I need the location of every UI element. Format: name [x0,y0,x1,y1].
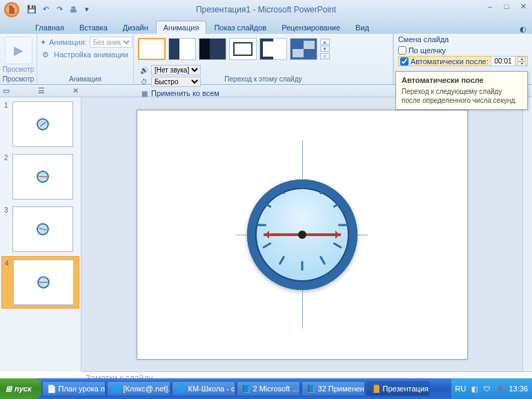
clock-hand-left [264,233,302,236]
ribbon-help-icon[interactable]: ◐ [520,25,526,34]
slide-thumbnail-4[interactable]: 4 [1,256,79,309]
save-icon[interactable]: 💾 [26,4,37,15]
clock-hand-right [302,233,341,236]
maximize-button[interactable]: □ [500,1,513,11]
word-icon: 📘 [242,385,251,393]
transition-gallery: ▴▾▿ [137,35,390,63]
print-icon[interactable]: 🖶 [68,4,79,15]
word-icon: 📄 [47,385,57,393]
slide-thumbnails-pane: 1 2 3 4 [0,97,81,371]
custom-animation-button[interactable]: ⚙ Настройка анимации [40,49,130,60]
outline-tab-icon[interactable]: ☰ [38,86,45,95]
undo-icon[interactable]: ↶ [40,4,51,15]
tooltip-body: Переход к следующему слайду после опреде… [402,87,522,105]
on-click-checkbox[interactable]: По щелчку [398,45,528,55]
tab-slideshow[interactable]: Показ слайдов [206,21,274,34]
group-transition-label: Переход к этому слайду [134,75,393,83]
redo-icon[interactable]: ↷ [54,4,65,15]
group-animation-label: Анимация [37,75,133,83]
tooltip: Автоматически после Переход к следующему… [395,71,528,110]
auto-after-checkbox[interactable]: Автоматически после: ▴▾ [398,56,528,66]
close-button[interactable]: ✕ [517,1,529,11]
tab-home[interactable]: Главная [28,21,72,34]
powerpoint-icon: 📙 [371,385,381,393]
taskbar-item-4[interactable]: 📘2 Microsoft ... [237,381,300,396]
group-preview: ▶ Просмотр Просмотр [0,34,37,84]
custom-animation-icon: ⚙ [40,49,51,60]
tab-view[interactable]: Вид [348,21,377,34]
preview-button[interactable]: ▶ [5,37,32,64]
slides-tab-icon[interactable]: ▭ [3,86,10,95]
tray-icon-3[interactable]: K [495,384,505,393]
tray-icon-1[interactable]: ◧ [469,384,479,393]
titlebar: 💾 ↶ ↷ 🖶 ▾ Презентация1 - Microsoft Power… [0,0,532,19]
transition-option-4[interactable] [229,38,257,60]
system-tray: RU ◧ 🛡 K 13:36 [451,378,532,399]
group-animation: ✦ Анимация: Без анимац... ⚙ Настройка ан… [37,34,134,84]
tab-design[interactable]: Дизайн [115,21,156,34]
taskbar-item-1[interactable]: 📄План урока п... [42,381,106,396]
tooltip-title: Автоматически после [402,76,522,84]
gallery-spinner[interactable]: ▴▾▿ [320,38,330,60]
slide-canvas[interactable] [137,110,468,360]
minimize-button[interactable]: – [484,1,496,11]
slide-change-title: Смена слайда [398,35,528,43]
svg-line-10 [39,176,43,177]
slide-editor[interactable] [81,97,532,371]
apply-all-icon: ▦ [139,88,149,98]
sound-icon: 🔊 [139,65,149,75]
animate-label: Анимация: [49,38,87,46]
slide-thumbnail-1[interactable]: 1 [1,99,79,150]
ribbon-tabs: Главная Вставка Дизайн Анимация Показ сл… [0,19,532,34]
transition-option-2[interactable] [168,38,196,60]
quick-access-toolbar: 💾 ↶ ↷ 🖶 ▾ [26,4,92,15]
group-preview-label: Просмотр [0,75,37,83]
tray-icon-2[interactable]: 🛡 [482,384,492,393]
clock-center [298,231,306,239]
animate-icon: ✦ [40,37,46,48]
main-area: 1 2 3 4 [0,97,532,371]
word-icon: 📘 [306,385,316,393]
slide-thumbnail-2[interactable]: 2 [1,151,79,202]
tab-insert[interactable]: Вставка [72,21,115,34]
slide-thumbnail-3[interactable]: 3 [1,204,79,255]
tray-lang[interactable]: RU [455,385,466,393]
ie-icon: 🌐 [177,385,186,393]
close-pane-icon[interactable]: ✕ [72,86,79,95]
transition-option-6[interactable] [290,38,317,60]
vertical-scrollbar[interactable] [522,97,532,371]
taskbar-item-6[interactable]: 📙Презентация1 [366,381,430,396]
ie-icon: 🌐 [112,385,121,393]
tab-review[interactable]: Рецензирование [274,21,348,34]
taskbar-item-2[interactable]: 🌐[Клякс@.net]... [107,381,170,396]
transition-sound-select[interactable]: [Нет звука] [151,65,201,75]
transition-option-5[interactable] [259,38,287,60]
preview-button-label: Просмотр [3,66,35,73]
auto-after-input[interactable] [491,56,515,66]
animate-select[interactable]: Без анимац... [90,37,132,48]
office-button[interactable] [0,0,23,19]
auto-after-spinner[interactable]: ▴▾ [518,57,526,66]
transition-none[interactable] [138,38,166,60]
windows-logo-icon: ⊞ [6,385,12,393]
tray-clock[interactable]: 13:36 [509,385,528,393]
transition-option-3[interactable] [199,38,226,60]
tab-animation[interactable]: Анимация [156,21,207,34]
qat-more-icon[interactable]: ▾ [81,4,92,15]
taskbar: ⊞пуск 📄План урока п... 🌐[Клякс@.net]... … [0,378,532,399]
start-button[interactable]: ⊞пуск [0,378,41,399]
clock-shape[interactable] [247,179,357,290]
group-transition: ▴▾▿ 🔊[Нет звука] ⏱Быстро ▦Применить ко в… [134,34,393,84]
taskbar-item-5[interactable]: 📘32 Применени... [302,381,365,396]
taskbar-item-3[interactable]: 🌐КМ-Школа - о... [172,381,235,396]
